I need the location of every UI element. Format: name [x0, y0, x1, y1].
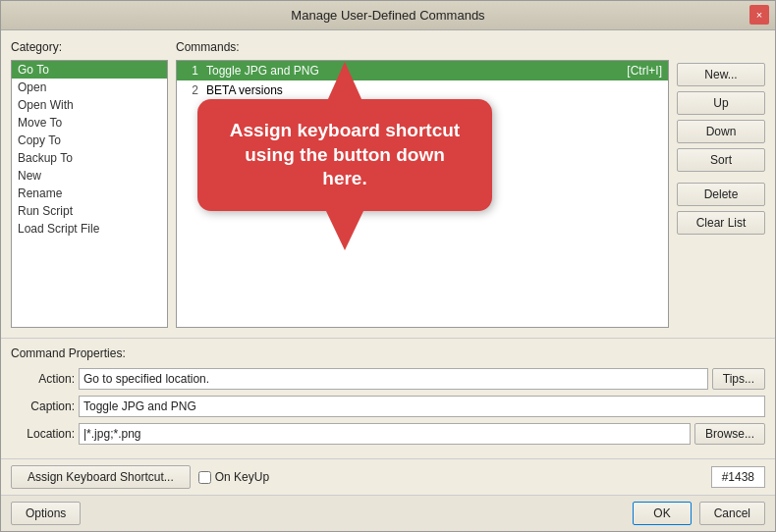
- command-name-2: BETA versions: [206, 83, 654, 97]
- location-row: Location: Browse...: [11, 423, 765, 445]
- tips-button[interactable]: Tips...: [712, 368, 765, 390]
- ok-button[interactable]: OK: [633, 502, 691, 525]
- down-button[interactable]: Down: [677, 120, 765, 143]
- location-input[interactable]: [79, 423, 691, 445]
- command-row-2[interactable]: 2 BETA versions: [177, 80, 668, 100]
- onkeyup-label: On KeyUp: [215, 470, 269, 484]
- action-row: Action: Tips...: [11, 368, 765, 390]
- category-item-new[interactable]: New: [12, 167, 167, 185]
- clear-list-button[interactable]: Clear List: [677, 211, 765, 235]
- tooltip-callout: Assign keyboard shortcut using the butto…: [197, 99, 492, 211]
- category-panel: Category: Go To Open Open With Move To C…: [11, 40, 168, 328]
- category-item-moveto[interactable]: Move To: [12, 114, 167, 132]
- up-button[interactable]: Up: [677, 91, 765, 115]
- onkeyup-checkbox[interactable]: [198, 471, 211, 484]
- options-button[interactable]: Options: [11, 502, 81, 525]
- command-shortcut-1: [Ctrl+I]: [627, 64, 662, 78]
- manage-commands-dialog: Manage User-Defined Commands × Category:…: [0, 0, 776, 532]
- command-properties-label: Command Properties:: [11, 346, 765, 360]
- category-item-openwith[interactable]: Open With: [12, 96, 167, 114]
- command-name-1: Toggle JPG and PNG: [206, 64, 619, 78]
- command-num-2: 2: [183, 83, 198, 97]
- tooltip-text: Assign keyboard shortcut using the butto…: [230, 120, 460, 188]
- new-button[interactable]: New...: [677, 63, 765, 86]
- close-button[interactable]: ×: [749, 5, 769, 25]
- command-properties-section: Command Properties: Action: Tips... Capt…: [1, 338, 775, 458]
- shortcut-id: #1438: [711, 466, 765, 488]
- action-label: Action:: [11, 372, 75, 386]
- category-list[interactable]: Go To Open Open With Move To Copy To Bac…: [11, 60, 168, 328]
- browse-button[interactable]: Browse...: [694, 423, 765, 445]
- action-buttons-panel: New... Up Down Sort Delete Clear List: [677, 40, 765, 328]
- cancel-button[interactable]: Cancel: [699, 502, 765, 525]
- title-bar: Manage User-Defined Commands ×: [1, 1, 775, 30]
- assign-shortcut-button[interactable]: Assign Keyboard Shortcut...: [11, 465, 191, 489]
- onkeyup-checkbox-group: On KeyUp: [198, 470, 269, 484]
- delete-button[interactable]: Delete: [677, 183, 765, 206]
- category-item-runscript[interactable]: Run Script: [12, 202, 167, 220]
- category-item-loadscript[interactable]: Load Script File: [12, 220, 167, 238]
- bottom-bar: Assign Keyboard Shortcut... On KeyUp #14…: [1, 458, 775, 495]
- category-item-backupto[interactable]: Backup To: [12, 149, 167, 167]
- footer-bar: Options OK Cancel: [1, 495, 775, 531]
- dialog-title: Manage User-Defined Commands: [291, 8, 484, 23]
- category-item-rename[interactable]: Rename: [12, 185, 167, 202]
- caption-input[interactable]: [79, 396, 765, 417]
- sort-button[interactable]: Sort: [677, 148, 765, 172]
- main-content: Category: Go To Open Open With Move To C…: [1, 30, 775, 338]
- category-item-goto[interactable]: Go To: [12, 61, 167, 79]
- action-input[interactable]: [79, 368, 708, 390]
- category-item-open[interactable]: Open: [12, 79, 167, 96]
- caption-row: Caption:: [11, 396, 765, 417]
- command-row-1[interactable]: 1 Toggle JPG and PNG [Ctrl+I]: [177, 61, 668, 80]
- category-item-copyto[interactable]: Copy To: [12, 132, 167, 149]
- command-num-1: 1: [183, 64, 198, 78]
- category-label: Category:: [11, 40, 168, 54]
- caption-label: Caption:: [11, 399, 75, 413]
- location-label: Location:: [11, 427, 75, 441]
- commands-label: Commands:: [176, 40, 669, 54]
